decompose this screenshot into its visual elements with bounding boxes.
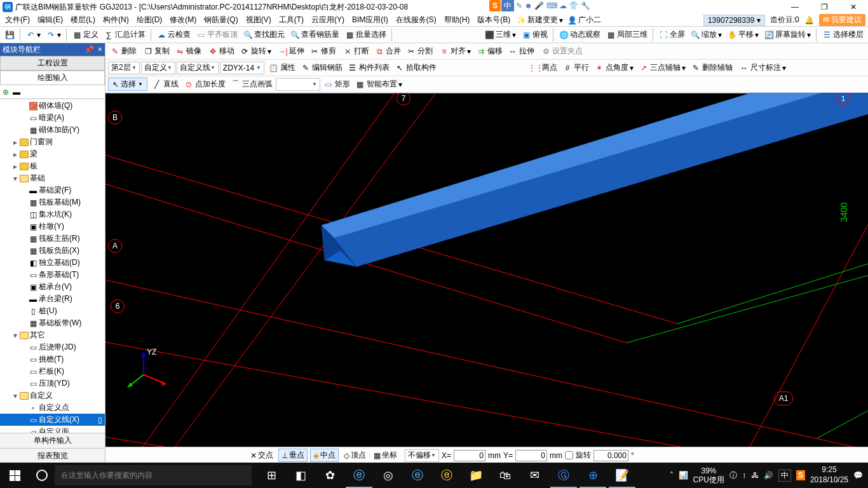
ime-extra-icons[interactable]: ✎ ☻ 🎤 ⌨ ☁ 👕 🔧: [515, 1, 590, 10]
assistant-button[interactable]: 👤广小二: [565, 14, 603, 26]
y-input[interactable]: [515, 450, 547, 461]
start-button[interactable]: [0, 463, 29, 488]
copy-button[interactable]: ❐复制: [141, 45, 172, 57]
menu-floor[interactable]: 楼层(L): [67, 15, 99, 25]
component-tree[interactable]: 🧱砌体墙(Q)▭暗梁(A)▦砌体加筋(Y)▸门窗洞▸梁▸板▾基础▬基础梁(F)▦…: [0, 99, 105, 433]
point-angle-button[interactable]: ✶点角度 ▾: [592, 62, 635, 74]
tree-item[interactable]: ▦砌体加筋(Y): [0, 124, 105, 136]
new-change-button[interactable]: ✨新建变更 ▾: [514, 14, 565, 26]
flat-top-button[interactable]: ▭平齐板顶: [194, 29, 240, 41]
tray-up-icon[interactable]: ˄: [670, 471, 674, 480]
3d-viewport[interactable]: YZ B A 6 7 A1 1 3400: [105, 93, 868, 447]
tree-item[interactable]: ▾基础: [0, 172, 105, 184]
account-button[interactable]: 13907298339 ▾: [703, 15, 765, 26]
fullscreen-button[interactable]: ⛶全屏: [656, 29, 687, 41]
tree-item[interactable]: ▭暗梁(A): [0, 112, 105, 124]
dimension-button[interactable]: ↔尺寸标注 ▾: [737, 62, 788, 74]
x-input[interactable]: [454, 450, 485, 461]
task-current-app[interactable]: ⊕: [578, 463, 607, 488]
task-explorer-button[interactable]: 📁: [461, 463, 491, 488]
pan-button[interactable]: ✋平移 ▾: [725, 29, 761, 41]
project-settings-tab[interactable]: 工程设置: [0, 56, 105, 71]
tree-item[interactable]: ▦筏板负筋(X): [0, 245, 105, 257]
rotate-button[interactable]: ⟳旋转 ▾: [238, 45, 273, 57]
bell-icon[interactable]: 🔔: [804, 16, 814, 25]
offset-button[interactable]: ⇉偏移: [474, 45, 505, 57]
menu-online[interactable]: 在线服务(S): [392, 15, 440, 25]
tree-item[interactable]: ▦筏板基础(M): [0, 196, 105, 208]
extend-button[interactable]: →|延伸: [276, 45, 306, 57]
tree-item[interactable]: ▬承台梁(R): [0, 293, 105, 305]
tree-item[interactable]: ▬基础梁(F): [0, 184, 105, 196]
three-point-axis-button[interactable]: ↗三点辅轴 ▾: [637, 62, 688, 74]
draw-input-tab[interactable]: 绘图输入: [0, 71, 105, 85]
maximize-button[interactable]: ❐: [810, 0, 839, 14]
ime-mode-label[interactable]: 中: [501, 0, 514, 11]
task-app-1[interactable]: ◧: [286, 463, 315, 488]
menu-cloud[interactable]: 云应用(Y): [308, 15, 348, 25]
report-preview-tab[interactable]: 报表预览: [0, 448, 105, 463]
task-view-button[interactable]: ⊞: [257, 463, 286, 488]
delete-axis-button[interactable]: ✎删除辅轴: [689, 62, 735, 74]
windows-taskbar[interactable]: 在这里输入你要搜索的内容 ⊞ ◧ ✿ ⓔ ◎ ⓔ ⓔ 📁 🛍 ✉ Ⓖ ⊕ 📝 ˄…: [0, 463, 868, 488]
tray-volume-icon[interactable]: 🔊: [764, 471, 773, 480]
angle-input[interactable]: [593, 450, 628, 461]
task-mail-button[interactable]: ✉: [520, 463, 549, 488]
component-dropdown[interactable]: ZDYX-14▼: [220, 62, 264, 74]
view-3d-button[interactable]: ⬛三维 ▾: [482, 29, 518, 41]
menu-tools[interactable]: 工具(T): [275, 15, 308, 25]
tree-item[interactable]: 🧱砌体墙(Q): [0, 100, 105, 112]
tray-ime-label[interactable]: 中: [778, 470, 791, 482]
cpu-usage[interactable]: 39%CPU使用: [693, 466, 724, 485]
task-app-4[interactable]: Ⓖ: [549, 463, 578, 488]
menu-edit[interactable]: 编辑(E): [34, 15, 67, 25]
tree-item[interactable]: ▭自定义线(X)▯: [0, 414, 105, 426]
three-point-arc-button[interactable]: ⌒三点画弧: [229, 78, 275, 90]
tree-item[interactable]: ▭栏板(K): [0, 365, 105, 377]
suggestion-button[interactable]: ✉ 我要建议: [819, 14, 865, 26]
rectangle-tool-button[interactable]: ▭矩形: [322, 78, 352, 90]
snap-midpoint[interactable]: ◈中点: [310, 449, 339, 462]
snap-vertex[interactable]: ◇顶点: [341, 449, 369, 461]
minimize-button[interactable]: —: [780, 0, 810, 14]
view-rebar-button[interactable]: 🔍查看钢筋量: [288, 29, 341, 41]
save-button[interactable]: 💾: [3, 29, 17, 41]
tree-item[interactable]: ▦基础板带(W): [0, 317, 105, 329]
tree-item[interactable]: ▦筏板主筋(R): [0, 233, 105, 245]
tree-item[interactable]: ▸板: [0, 160, 105, 172]
task-ie-button[interactable]: ⓔ: [344, 463, 374, 488]
line-tool-button[interactable]: ╱直线: [150, 78, 180, 90]
two-point-button[interactable]: ⋮⋮两点: [529, 62, 559, 74]
smart-layout-button[interactable]: ▦智能布置 ▾: [353, 78, 404, 90]
trim-button[interactable]: ✂修剪: [308, 45, 338, 57]
cloud-check-button[interactable]: ☁云检查: [154, 29, 193, 41]
tree-item[interactable]: ▸梁: [0, 148, 105, 160]
tree-item[interactable]: ▣柱墩(Y): [0, 220, 105, 233]
sogou-ime-bar[interactable]: S 中 ✎ ☻ 🎤 ⌨ ☁ 👕 🔧: [489, 0, 590, 11]
undo-button[interactable]: ↶▾: [24, 29, 43, 41]
tree-item[interactable]: ▯桩(U): [0, 305, 105, 317]
menu-version[interactable]: 版本号(B): [473, 15, 514, 25]
tray-sogou-icon[interactable]: S: [796, 470, 805, 480]
snap-coordinate[interactable]: ▦坐标: [371, 449, 400, 461]
align-button[interactable]: ≡对齐 ▾: [437, 45, 473, 57]
component-list-button[interactable]: ☰构件列表: [346, 62, 391, 74]
task-ie2-button[interactable]: ⓔ: [432, 463, 461, 488]
category-dropdown[interactable]: 自定义▼: [141, 62, 175, 74]
sidebar-close-icon[interactable]: ×: [98, 45, 102, 54]
tray-clock[interactable]: 9:252018/10/25: [810, 465, 848, 485]
menu-draw[interactable]: 绘图(D): [133, 15, 166, 25]
define-button[interactable]: ▦定义: [70, 29, 100, 41]
find-element-button[interactable]: 🔍查找图元: [241, 29, 287, 41]
tray-network-icon[interactable]: 🖧: [751, 471, 759, 480]
mirror-button[interactable]: ⇋镜像: [173, 45, 203, 57]
tree-item[interactable]: ▾其它: [0, 329, 105, 341]
system-tray[interactable]: ˄ 📊 39%CPU使用 ⓘ ↕ 🖧 🔊 中 S 9:252018/10/25 …: [665, 465, 868, 485]
tree-item[interactable]: ▾自定义: [0, 390, 105, 402]
menu-modify[interactable]: 修改(M): [166, 15, 200, 25]
tree-item[interactable]: ◧独立基础(D): [0, 257, 105, 269]
tray-icon-1[interactable]: ⓘ: [729, 470, 737, 481]
local-3d-button[interactable]: ▦局部三维: [604, 29, 649, 41]
collapse-all-icon[interactable]: ▬: [13, 88, 20, 97]
offset-mode-dropdown[interactable]: 不偏移▼: [405, 449, 439, 462]
